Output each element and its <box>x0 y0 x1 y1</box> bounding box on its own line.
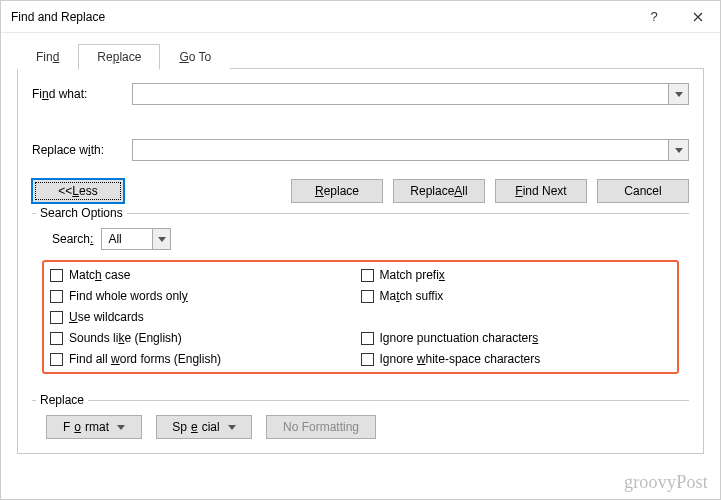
special-button[interactable]: Special <box>156 415 252 439</box>
dialog-title: Find and Replace <box>11 10 632 24</box>
replace-with-combo[interactable] <box>132 139 689 161</box>
find-what-combo[interactable] <box>132 83 689 105</box>
check-col-right: Match prefix Match suffix Ignore punctua… <box>361 268 672 366</box>
match-case-check[interactable]: Match case <box>50 268 361 282</box>
spacer <box>32 111 689 139</box>
chevron-down-icon <box>675 148 683 153</box>
checkbox-icon <box>361 332 374 345</box>
match-prefix-check[interactable]: Match prefix <box>361 268 672 282</box>
checkbox-icon <box>50 353 63 366</box>
titlebar: Find and Replace ? <box>1 1 720 33</box>
checkbox-icon <box>50 332 63 345</box>
match-suffix-check[interactable]: Match suffix <box>361 289 672 303</box>
action-buttons: << Less Replace Replace All Find Next Ca… <box>32 179 689 203</box>
watermark: groovyPost <box>624 472 708 493</box>
tab-find-u: d <box>53 50 60 64</box>
search-label: Search: <box>52 232 93 246</box>
close-button[interactable] <box>676 2 720 32</box>
word-forms-check[interactable]: Find all word forms (English) <box>50 352 361 366</box>
checkbox-icon <box>50 269 63 282</box>
format-button[interactable]: Format <box>46 415 142 439</box>
checkbox-icon <box>50 290 63 303</box>
no-formatting-button[interactable]: No Formatting <box>266 415 376 439</box>
tab-replace[interactable]: Replace <box>78 44 160 70</box>
find-what-label: Find what: <box>32 87 132 101</box>
dialog-body: Find Replace Go To Find what: Replace wi… <box>1 33 720 454</box>
chevron-down-icon <box>158 237 166 242</box>
chevron-down-icon <box>675 92 683 97</box>
whole-words-check[interactable]: Find whole words only <box>50 289 361 303</box>
replace-button[interactable]: Replace <box>291 179 383 203</box>
ignore-ws-check[interactable]: Ignore white-space characters <box>361 352 672 366</box>
check-col-left: Match case Find whole words only Use wil… <box>50 268 361 366</box>
search-direction-select[interactable]: All <box>101 228 171 250</box>
ignore-punct-check[interactable]: Ignore punctuation characters <box>361 331 672 345</box>
replace-with-row: Replace with: <box>32 139 689 161</box>
chevron-down-icon <box>117 425 125 430</box>
less-button[interactable]: << Less <box>32 179 124 203</box>
checkbox-icon <box>50 311 63 324</box>
find-what-dropdown[interactable] <box>668 84 688 104</box>
bottom-buttons: Format Special No Formatting <box>32 415 689 439</box>
find-what-input[interactable] <box>133 84 668 104</box>
close-icon <box>693 12 703 22</box>
tab-underline <box>230 43 704 69</box>
search-direction-row: Search: All <box>52 228 679 250</box>
replace-with-input[interactable] <box>133 140 668 160</box>
replace-section-legend: Replace <box>36 393 88 407</box>
checkbox-icon <box>361 269 374 282</box>
replace-all-button[interactable]: Replace All <box>393 179 485 203</box>
search-options-legend: Search Options <box>36 206 127 220</box>
find-what-row: Find what: <box>32 83 689 105</box>
replace-with-dropdown[interactable] <box>668 140 688 160</box>
cancel-button[interactable]: Cancel <box>597 179 689 203</box>
tab-replace-u: p <box>113 50 120 64</box>
tab-strip: Find Replace Go To <box>17 43 704 69</box>
checkbox-icon <box>361 290 374 303</box>
replace-section: Replace Format Special No Formatting <box>32 400 689 439</box>
help-button[interactable]: ? <box>632 2 676 32</box>
tab-goto[interactable]: Go To <box>160 44 230 70</box>
replace-with-label: Replace with: <box>32 143 132 157</box>
wildcards-check[interactable]: Use wildcards <box>50 310 361 324</box>
search-direction-value: All <box>102 232 152 246</box>
tab-panel: Find what: Replace with: << Less Replace… <box>17 69 704 454</box>
find-next-button[interactable]: Find Next <box>495 179 587 203</box>
chevron-down-icon <box>228 425 236 430</box>
checkbox-icon <box>361 353 374 366</box>
search-direction-chevron[interactable] <box>152 229 170 249</box>
sounds-like-check[interactable]: Sounds like (English) <box>50 331 361 345</box>
search-options-group: Search Options Search: All Match case Fi… <box>32 213 689 384</box>
tab-goto-u: G <box>179 50 188 64</box>
search-options-checks: Match case Find whole words only Use wil… <box>42 260 679 374</box>
tab-find[interactable]: Find <box>17 44 78 70</box>
